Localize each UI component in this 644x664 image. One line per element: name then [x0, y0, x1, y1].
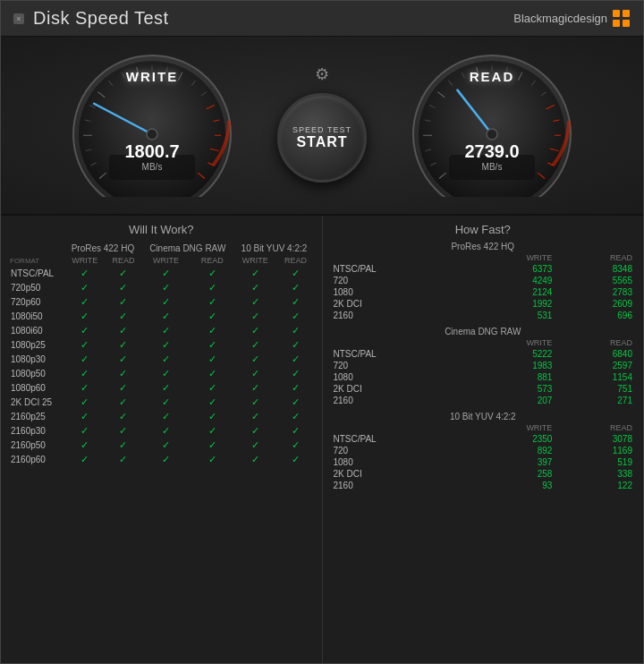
title-bar: × Disk Speed Test Blackmagicdesign [1, 1, 643, 37]
check-cell: ✓ [233, 409, 276, 423]
brand-dot-1 [613, 10, 620, 17]
checkmark-icon: ✓ [251, 282, 259, 293]
checkmark-icon: ✓ [80, 268, 89, 278]
gauges-section: WRITE 1800.7 MB/s ⚙ SPEED TEST START [1, 37, 643, 216]
checkmark-icon: ✓ [80, 411, 89, 421]
checkmark-icon: ✓ [80, 353, 89, 364]
table-row: 1080p60✓✓✓✓✓✓ [8, 380, 315, 395]
check-cell: ✓ [64, 366, 106, 380]
row-format-label: 2160p60 [8, 452, 64, 466]
check-cell: ✓ [64, 452, 106, 466]
check-cell: ✓ [64, 352, 106, 366]
check-cell: ✓ [64, 380, 106, 395]
write-value: 531 [466, 310, 555, 321]
read-value: 519 [555, 456, 636, 468]
data-row: 10808811154 [330, 371, 637, 383]
table-row: 1080p25✓✓✓✓✓✓ [8, 337, 315, 352]
check-cell: ✓ [191, 423, 233, 438]
check-cell: ✓ [233, 452, 276, 466]
checkmark-icon: ✓ [208, 382, 216, 393]
write-col-header: WRITE [466, 337, 555, 348]
check-cell: ✓ [64, 423, 106, 438]
table-row: 1080i60✓✓✓✓✓✓ [8, 323, 315, 337]
check-cell: ✓ [106, 266, 141, 280]
table-row: NTSC/PAL✓✓✓✓✓✓ [8, 266, 315, 280]
check-cell: ✓ [276, 409, 314, 423]
check-cell: ✓ [141, 337, 191, 352]
table-row: 2160p50✓✓✓✓✓✓ [8, 438, 315, 452]
checkmark-icon: ✓ [162, 425, 170, 436]
settings-icon[interactable]: ⚙ [315, 64, 329, 84]
check-cell: ✓ [233, 280, 276, 294]
checkmark-icon: ✓ [292, 425, 300, 436]
check-cell: ✓ [141, 280, 191, 294]
checkmark-icon: ✓ [251, 439, 259, 450]
yuv-read-header: READ [276, 255, 314, 266]
row-name: 1080 [330, 286, 466, 298]
sub-header-row: WRITEREAD [330, 422, 637, 433]
data-row: 2160531696 [330, 310, 637, 321]
checkmark-icon: ✓ [251, 425, 259, 436]
check-cell: ✓ [191, 409, 233, 423]
read-col-header: READ [555, 337, 636, 348]
yuv-header: 10 Bit YUV 4:2:2 [233, 242, 314, 255]
check-cell: ✓ [106, 366, 141, 380]
read-value: 6840 [555, 348, 636, 360]
read-value: 696 [555, 310, 636, 321]
data-row: NTSC/PAL52226840 [330, 348, 637, 360]
svg-point-24 [147, 129, 157, 140]
format-header [8, 242, 64, 255]
checkmark-icon: ✓ [162, 454, 170, 464]
checkmark-icon: ✓ [80, 325, 89, 336]
row-name: 2K DCI [330, 298, 466, 310]
row-format-label: 1080i50 [8, 309, 64, 323]
close-button[interactable]: × [13, 13, 24, 24]
row-name: 2K DCI [330, 383, 466, 395]
write-col-header: WRITE [466, 252, 555, 263]
start-button[interactable]: SPEED TEST START [277, 93, 367, 183]
check-cell: ✓ [191, 294, 233, 309]
read-value: 271 [555, 395, 636, 406]
row-name: NTSC/PAL [330, 263, 466, 275]
check-cell: ✓ [191, 323, 233, 337]
checkmark-icon: ✓ [208, 454, 216, 464]
row-format-label: 1080i60 [8, 323, 64, 337]
checkmark-icon: ✓ [208, 396, 216, 407]
svg-point-50 [487, 129, 497, 140]
check-cell: ✓ [233, 337, 276, 352]
read-value: 2609 [555, 298, 636, 310]
write-gauge-number: 1800.7 [124, 141, 179, 162]
check-cell: ✓ [106, 280, 141, 294]
read-gauge-number: 2739.0 [464, 141, 519, 162]
read-value: 1154 [555, 371, 636, 383]
write-value: 1983 [466, 360, 555, 371]
check-cell: ✓ [141, 409, 191, 423]
prores-header: ProRes 422 HQ [64, 242, 141, 255]
section-header-row: 10 Bit YUV 4:2:2 [330, 406, 637, 422]
checkmark-icon: ✓ [208, 268, 216, 278]
data-row: 2K DCI19922609 [330, 298, 637, 310]
check-cell: ✓ [106, 395, 141, 409]
read-value: 2783 [555, 286, 636, 298]
prores-read-header: READ [106, 255, 141, 266]
check-cell: ✓ [276, 266, 314, 280]
sub-format-header [330, 422, 466, 433]
data-row: NTSC/PAL63738348 [330, 263, 637, 275]
check-cell: ✓ [233, 309, 276, 323]
check-cell: ✓ [141, 438, 191, 452]
checkmark-icon: ✓ [162, 439, 170, 450]
will-it-work-body: NTSC/PAL✓✓✓✓✓✓720p50✓✓✓✓✓✓720p60✓✓✓✓✓✓10… [8, 266, 315, 466]
checkmark-icon: ✓ [80, 339, 89, 350]
read-value: 8348 [555, 263, 636, 275]
row-name: 2160 [330, 310, 466, 321]
read-value: 2597 [555, 360, 636, 371]
data-row: 7208921169 [330, 445, 637, 456]
brand-dot-2 [623, 10, 630, 17]
checkmark-icon: ✓ [292, 325, 300, 336]
checkmark-icon: ✓ [251, 339, 259, 350]
yuv-write-header: WRITE [233, 255, 276, 266]
brand-name: Blackmagicdesign [513, 12, 607, 25]
check-cell: ✓ [64, 409, 106, 423]
table-row: 1080i50✓✓✓✓✓✓ [8, 309, 315, 323]
checkmark-icon: ✓ [162, 396, 170, 407]
